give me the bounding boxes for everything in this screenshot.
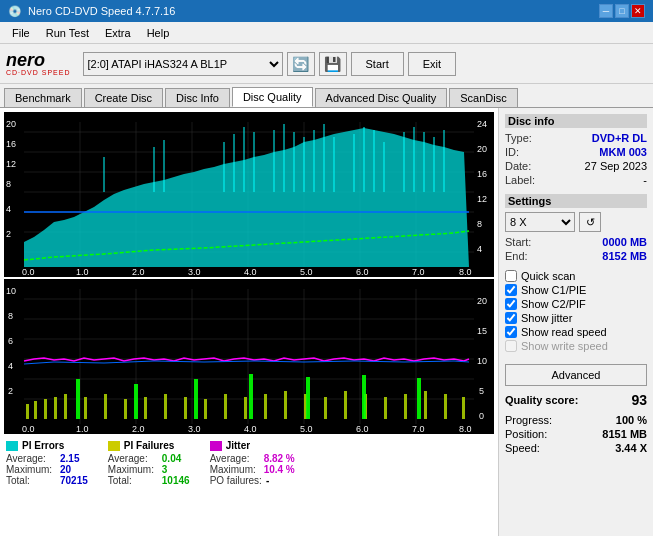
svg-rect-102 (144, 397, 147, 419)
tab-disc-quality[interactable]: Disc Quality (232, 87, 313, 107)
settings-vals: Start: 0000 MB End: 8152 MB (505, 236, 647, 262)
show-jitter-checkbox[interactable] (505, 312, 517, 324)
svg-text:16: 16 (477, 169, 487, 179)
close-button[interactable]: ✕ (631, 4, 645, 18)
svg-rect-119 (76, 379, 80, 419)
jitter-avg-label: Average: (210, 453, 260, 464)
svg-text:2.0: 2.0 (132, 267, 145, 277)
start-row: Start: 0000 MB (505, 236, 647, 248)
tab-benchmark[interactable]: Benchmark (4, 88, 82, 107)
top-chart: 20 16 12 8 4 2 24 20 16 12 8 4 0.0 1.0 2… (4, 112, 494, 277)
menu-bar: File Run Test Extra Help (0, 22, 653, 44)
speed-value: 3.44 X (615, 442, 647, 454)
maximize-button[interactable]: □ (615, 4, 629, 18)
svg-text:4.0: 4.0 (244, 424, 257, 434)
disc-date-value: 27 Sep 2023 (585, 160, 647, 172)
speed-row-prog: Speed: 3.44 X (505, 442, 647, 454)
disc-id-label: ID: (505, 146, 519, 158)
bottom-chart-svg: 10 8 6 4 2 20 15 10 5 0 0.0 1.0 2.0 3.0 … (4, 279, 494, 434)
drive-select[interactable]: [2:0] ATAPI iHAS324 A BL1P (83, 52, 283, 76)
speed-select[interactable]: 8 X (505, 212, 575, 232)
show-c1-pie-row: Show C1/PIE (505, 284, 647, 296)
jitter-avg-row: Average: 8.82 % (210, 453, 295, 464)
tab-disc-info[interactable]: Disc Info (165, 88, 230, 107)
show-read-speed-checkbox[interactable] (505, 326, 517, 338)
disc-type-row: Type: DVD+R DL (505, 132, 647, 144)
disc-date-row: Date: 27 Sep 2023 (505, 160, 647, 172)
settings-title: Settings (505, 194, 647, 208)
show-jitter-label: Show jitter (521, 312, 572, 324)
show-c2-pif-checkbox[interactable] (505, 298, 517, 310)
refresh-icon-button[interactable]: 🔄 (287, 52, 315, 76)
svg-text:5.0: 5.0 (300, 267, 313, 277)
start-value: 0000 MB (602, 236, 647, 248)
show-c2-pif-label: Show C2/PIF (521, 298, 586, 310)
svg-text:1.0: 1.0 (76, 424, 89, 434)
pi-errors-total-value: 70215 (60, 475, 88, 486)
svg-rect-103 (164, 394, 167, 419)
show-write-speed-checkbox[interactable] (505, 340, 517, 352)
svg-rect-100 (104, 394, 107, 419)
legend-jitter: Jitter Average: 8.82 % Maximum: 10.4 % P… (210, 440, 295, 486)
svg-text:2: 2 (6, 229, 11, 239)
position-row: Position: 8151 MB (505, 428, 647, 440)
quick-scan-checkbox[interactable] (505, 270, 517, 282)
svg-rect-121 (194, 379, 198, 419)
menu-file[interactable]: File (4, 25, 38, 41)
title-bar-controls: ─ □ ✕ (599, 4, 645, 18)
disc-label-value: - (643, 174, 647, 186)
show-write-speed-row: Show write speed (505, 340, 647, 352)
disc-label-row: Label: - (505, 174, 647, 186)
settings-refresh-icon[interactable]: ↺ (579, 212, 601, 232)
show-c2-pif-row: Show C2/PIF (505, 298, 647, 310)
quality-score-label: Quality score: (505, 394, 578, 406)
save-icon-button[interactable]: 💾 (319, 52, 347, 76)
advanced-button[interactable]: Advanced (505, 364, 647, 386)
tab-advanced-disc-quality[interactable]: Advanced Disc Quality (315, 88, 448, 107)
svg-text:3.0: 3.0 (188, 424, 201, 434)
nero-logo-text: nero (6, 51, 45, 69)
svg-text:0.0: 0.0 (22, 424, 35, 434)
svg-rect-97 (54, 397, 57, 419)
end-value: 8152 MB (602, 250, 647, 262)
svg-text:10: 10 (6, 286, 16, 296)
tab-create-disc[interactable]: Create Disc (84, 88, 163, 107)
pi-failures-stats: Average: 0.04 Maximum: 3 Total: 10146 (108, 453, 190, 486)
legend-jitter-header: Jitter (210, 440, 295, 451)
position-value: 8151 MB (602, 428, 647, 440)
menu-extra[interactable]: Extra (97, 25, 139, 41)
progress-label: Progress: (505, 414, 552, 426)
pi-errors-max-value: 20 (60, 464, 71, 475)
minimize-button[interactable]: ─ (599, 4, 613, 18)
svg-text:12: 12 (6, 159, 16, 169)
svg-text:20: 20 (477, 296, 487, 306)
svg-rect-108 (264, 394, 267, 419)
pi-errors-total-label: Total: (6, 475, 56, 486)
progress-row: Progress: 100 % (505, 414, 647, 426)
svg-rect-124 (362, 375, 366, 419)
end-row: End: 8152 MB (505, 250, 647, 262)
exit-button[interactable]: Exit (408, 52, 456, 76)
disc-type-label: Type: (505, 132, 532, 144)
pi-failures-max-row: Maximum: 3 (108, 464, 190, 475)
menu-run-test[interactable]: Run Test (38, 25, 97, 41)
menu-help[interactable]: Help (139, 25, 178, 41)
pi-errors-max-row: Maximum: 20 (6, 464, 88, 475)
tab-scan-disc[interactable]: ScanDisc (449, 88, 517, 107)
pi-errors-avg-row: Average: 2.15 (6, 453, 88, 464)
jitter-max-row: Maximum: 10.4 % (210, 464, 295, 475)
app-icon: 💿 (8, 5, 22, 18)
legend-pi-failures-header: PI Failures (108, 440, 190, 451)
show-c1-pie-checkbox[interactable] (505, 284, 517, 296)
show-read-speed-label: Show read speed (521, 326, 607, 338)
svg-text:4: 4 (477, 244, 482, 254)
svg-rect-125 (417, 378, 421, 419)
svg-rect-118 (462, 397, 465, 419)
svg-text:5: 5 (479, 386, 484, 396)
start-button[interactable]: Start (351, 52, 404, 76)
svg-text:6.0: 6.0 (356, 267, 369, 277)
svg-text:10: 10 (477, 356, 487, 366)
show-read-speed-row: Show read speed (505, 326, 647, 338)
pi-failures-max-value: 3 (162, 464, 168, 475)
tabs-bar: Benchmark Create Disc Disc Info Disc Qua… (0, 84, 653, 108)
